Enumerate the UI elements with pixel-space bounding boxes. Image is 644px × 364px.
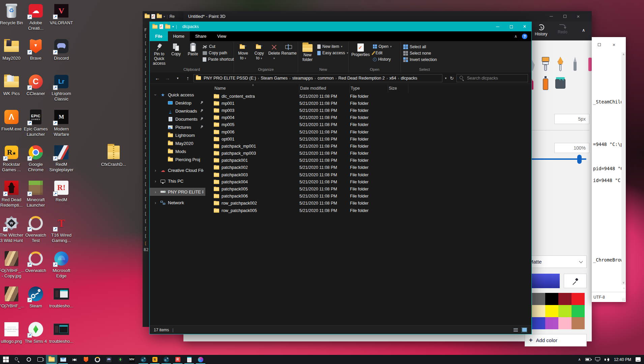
- breadcrumb-segment[interactable]: common: [317, 76, 334, 81]
- breadcrumb-segment[interactable]: Red Dead Redemption 2: [338, 76, 385, 81]
- breadcrumb[interactable]: PNY PRO ELITE PSSD (E:) › Steam Games › …: [194, 74, 442, 82]
- steam-taskbar[interactable]: [138, 355, 149, 364]
- delete-button[interactable]: Delete ▾: [267, 42, 281, 61]
- palette-color-swatch[interactable]: [558, 317, 572, 329]
- palette-color-swatch[interactable]: [545, 317, 558, 329]
- palette-color-swatch[interactable]: [545, 293, 558, 305]
- discord-taskbar[interactable]: [103, 355, 115, 364]
- recent-locations-icon[interactable]: ▾: [173, 77, 182, 80]
- file-row[interactable]: patchpack0045/21/2020 11:08 PMFile folde…: [205, 178, 531, 185]
- desktop-icon-troublesho[interactable]: troublesho...: [48, 321, 75, 344]
- copy-path-button[interactable]: Copy path: [202, 50, 235, 56]
- search-box[interactable]: [457, 74, 528, 82]
- desktop-icon-recycle-bin[interactable]: ♻Recycle Bin: [0, 3, 25, 26]
- column-header-date[interactable]: Date modified: [299, 84, 350, 93]
- tab-view[interactable]: View: [212, 31, 232, 41]
- steam-taskbar-2[interactable]: [160, 355, 172, 364]
- palette-color-swatch[interactable]: [532, 293, 545, 305]
- breadcrumb-segment[interactable]: x64: [389, 76, 397, 81]
- sidebar-item-documents[interactable]: Documents: [150, 115, 205, 123]
- resize-grip[interactable]: [622, 298, 625, 301]
- sidebar-item-this-pc[interactable]: ›This PC: [150, 177, 205, 185]
- edit-button[interactable]: Edit: [372, 50, 393, 56]
- new-folder-button[interactable]: New folder: [299, 42, 316, 62]
- add-color-button[interactable]: + Add color: [525, 334, 587, 346]
- up-button[interactable]: ↑: [183, 75, 192, 81]
- close-button[interactable]: ×: [607, 37, 621, 52]
- desktop-icon-google-chrome[interactable]: ↗Google Chrome: [22, 144, 49, 173]
- notepad-taskbar[interactable]: [183, 355, 195, 364]
- select-none-button[interactable]: Select none: [402, 51, 438, 56]
- sidebar-item-pny-pro-elite-pssd[interactable]: ›PNY PRO ELITE PSSD: [150, 188, 205, 196]
- clock[interactable]: 12:40 PM: [614, 357, 631, 362]
- maximize-button[interactable]: [558, 11, 572, 22]
- search-input[interactable]: [466, 75, 525, 81]
- file-row[interactable]: patchpack_mp0035/21/2020 11:08 PMFile fo…: [205, 150, 531, 157]
- move-to-button[interactable]: → Move to ▾: [235, 42, 251, 61]
- file-row[interactable]: patchpack_mp0015/21/2020 11:08 PMFile fo…: [205, 143, 531, 150]
- palette-color-swatch[interactable]: [532, 317, 545, 329]
- file-row[interactable]: mp0045/21/2020 11:08 PMFile folder: [205, 114, 531, 121]
- tray-expand-icon[interactable]: ∧: [578, 357, 581, 362]
- paint3d-titlebar[interactable]: Untitled* - Paint 3D ×: [183, 11, 592, 22]
- paste-button[interactable]: Paste: [185, 42, 201, 57]
- column-header-name[interactable]: Name: [214, 84, 299, 93]
- sidebar-item-mods[interactable]: Mods: [150, 147, 205, 155]
- volume-icon[interactable]: [605, 358, 610, 362]
- redm-taskbar[interactable]: R: [172, 355, 183, 364]
- desktop-icon-wk-pics[interactable]: WK Pics: [0, 73, 25, 96]
- easy-access-button[interactable]: Easy access▾: [316, 50, 349, 56]
- invert-selection-button[interactable]: Invert selection: [402, 57, 438, 62]
- collapse-ribbon-icon[interactable]: ∧: [514, 34, 517, 39]
- desktop-icon-steam[interactable]: ↗Steam: [22, 286, 49, 309]
- paint3d-taskbar[interactable]: [195, 355, 206, 364]
- desktop-icon-redm[interactable]: R!↗RedM: [48, 180, 75, 203]
- background-notepad-sliver[interactable]: F[[[[[[[[[[[[[[[[[[[[[[[[[[[[[82: [143, 22, 149, 327]
- maximize-button[interactable]: [504, 22, 518, 31]
- pen-tool[interactable]: [573, 57, 578, 72]
- sidebar-item-desktop[interactable]: Desktop: [150, 99, 205, 107]
- history-button[interactable]: History: [372, 57, 393, 62]
- chevron-collapsed-icon[interactable]: ›: [153, 200, 158, 205]
- forward-button[interactable]: →: [163, 75, 172, 81]
- zoom-input[interactable]: 100%: [554, 143, 589, 153]
- address-dropdown-icon[interactable]: ▾: [445, 77, 447, 80]
- sidebar-item-piercing-proj[interactable]: Piercing Proj: [150, 155, 205, 163]
- file-row[interactable]: patchpack0025/21/2020 11:08 PMFile folde…: [205, 164, 531, 171]
- background-window-titlebar[interactable]: ▾ | Re: [143, 11, 183, 22]
- fill-bucket-tool[interactable]: [555, 77, 565, 91]
- desktop-icon-troublesho[interactable]: troublesho...: [48, 286, 75, 309]
- brush-tool[interactable]: [541, 57, 550, 72]
- chevron-collapsed-icon[interactable]: ›: [153, 168, 158, 173]
- desktop-icon-ulllogo-png[interactable]: WILDCRYSTALSulllogo.png: [0, 321, 25, 344]
- column-header-size[interactable]: Size: [388, 84, 408, 93]
- paste-shortcut-button[interactable]: Paste shortcut: [202, 57, 235, 62]
- chevron-expanded-icon[interactable]: ›: [153, 92, 158, 97]
- collapse-panel-icon[interactable]: ∧: [582, 28, 585, 33]
- desktop-icon-lightroom-classic[interactable]: Lr↗Lightroom Classic: [48, 73, 75, 102]
- finish-select[interactable]: Matte: [525, 255, 587, 268]
- file-row[interactable]: patchpack0055/21/2020 11:08 PMFile folde…: [205, 185, 531, 192]
- redo-button[interactable]: Redo: [558, 24, 567, 34]
- sidebar-item-pictures[interactable]: Pictures: [150, 123, 205, 131]
- properties-button[interactable]: ✓ Properties: [350, 42, 371, 57]
- back-button[interactable]: ←: [153, 75, 162, 81]
- action-center-icon[interactable]: [636, 357, 641, 362]
- game-spider-taskbar[interactable]: [69, 355, 80, 364]
- file-row[interactable]: patchpack0015/21/2020 11:08 PMFile folde…: [205, 157, 531, 164]
- brave-taskbar[interactable]: [80, 355, 92, 364]
- desktop-icon-valorant[interactable]: V↗VALORANT: [48, 3, 75, 26]
- open-button[interactable]: Open▾: [372, 44, 393, 49]
- close-button[interactable]: ×: [572, 11, 585, 22]
- file-row[interactable]: patchpack0065/21/2020 11:08 PMFile folde…: [205, 193, 531, 200]
- sidebar-item-may2020[interactable]: May2020: [150, 139, 205, 147]
- file-row[interactable]: mp0065/21/2020 11:08 PMFile folder: [205, 128, 531, 135]
- file-row[interactable]: dlc_content_extra5/21/2020 11:08 PMFile …: [205, 93, 531, 100]
- sims-taskbar[interactable]: [115, 355, 126, 364]
- sidebar-item-creative-cloud-files[interactable]: ›☁Creative Cloud Files: [150, 166, 205, 174]
- file-row[interactable]: mp0055/21/2020 11:08 PMFile folder: [205, 121, 531, 128]
- desktop-icon-epic-games-launcher[interactable]: EPICGAMES↗Epic Games Launcher: [22, 109, 49, 137]
- qat-customize-icon[interactable]: ▾: [172, 25, 174, 28]
- desktop-icon-cfxcrashd[interactable]: CfxCrashD...: [100, 144, 127, 167]
- brush-size-input[interactable]: 5px: [554, 114, 589, 124]
